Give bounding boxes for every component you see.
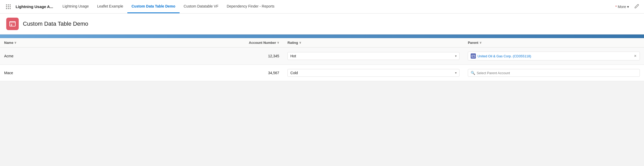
parent-search-input-mace[interactable] <box>477 71 637 75</box>
nav-tab-lightning-usage[interactable]: Lightning Usage <box>58 0 93 13</box>
cell-rating-mace: Cold ▾ <box>283 65 464 81</box>
page-title: Custom Data Table Demo <box>23 20 88 27</box>
table-row: Mace 34,567 Cold ▾ 🔍 <box>0 65 644 81</box>
th-name[interactable]: Name ∨ <box>0 38 142 47</box>
svg-rect-10 <box>10 22 15 23</box>
svg-rect-13 <box>472 55 475 57</box>
rating-dropdown-acme[interactable]: Hot ▾ <box>287 52 459 60</box>
svg-point-0 <box>6 4 7 5</box>
parent-search-mace[interactable]: 🔍 <box>468 69 640 77</box>
cell-parent-mace: 🔍 <box>464 65 644 81</box>
rating-value-mace: Cold <box>290 71 298 75</box>
rating-dropdown-mace[interactable]: Cold ▾ <box>287 69 459 77</box>
th-rating[interactable]: Rating ∨ <box>283 38 464 47</box>
rating-value-acme: Hot <box>290 54 296 58</box>
edit-nav-icon[interactable] <box>632 4 641 9</box>
parent-link-acme[interactable]: United Oil & Gas Corp. (CD355118) <box>477 54 531 58</box>
nav-tab-custom-datatable-vf[interactable]: Custom Datatable VF <box>180 0 223 13</box>
svg-point-2 <box>10 4 11 5</box>
svg-point-5 <box>10 6 11 7</box>
cell-account-acme: 12,345 <box>142 47 283 65</box>
data-table: Name ∨ Account Number ∨ Rating ∨ <box>0 38 644 81</box>
sort-icon-account: ∨ <box>277 41 279 44</box>
svg-point-6 <box>6 8 7 9</box>
svg-point-1 <box>8 4 9 5</box>
more-asterisk: * <box>615 5 617 9</box>
app-launcher-button[interactable] <box>3 2 14 12</box>
data-table-container: Name ∨ Account Number ∨ Rating ∨ <box>0 38 644 81</box>
th-account-number[interactable]: Account Number ∨ <box>142 38 283 47</box>
table-row: Acme 12,345 Hot ▾ <box>0 47 644 65</box>
nav-tabs: Lightning UsageLeaflet ExampleCustom Dat… <box>58 0 612 13</box>
parent-lookup-acme: United Oil & Gas Corp. (CD355118) × <box>468 52 640 60</box>
svg-point-8 <box>10 8 11 9</box>
cell-rating-acme: Hot ▾ <box>283 47 464 65</box>
chevron-down-icon: ▾ <box>627 5 629 9</box>
app-name: Lightning Usage A... <box>16 4 53 9</box>
nav-tab-dependency-finder-reports[interactable]: Dependency Finder - Reports <box>222 0 279 13</box>
dropdown-arrow-icon: ▾ <box>455 71 457 75</box>
cell-parent-acme: United Oil & Gas Corp. (CD355118) × <box>464 47 644 65</box>
search-icon: 🔍 <box>471 71 475 75</box>
nav-more-button[interactable]: * More ▾ <box>612 5 632 9</box>
dropdown-arrow-icon: ▾ <box>455 54 457 58</box>
svg-point-3 <box>6 6 7 7</box>
th-parent[interactable]: Parent ∨ <box>464 38 644 47</box>
wave-decoration <box>0 34 644 38</box>
svg-point-4 <box>8 6 9 7</box>
clear-parent-acme[interactable]: × <box>634 54 637 58</box>
nav-tab-leaflet-example[interactable]: Leaflet Example <box>93 0 127 13</box>
account-icon <box>471 53 476 59</box>
sort-icon-name: ∨ <box>14 41 16 44</box>
sort-icon-rating: ∨ <box>299 41 301 44</box>
page-icon <box>6 18 19 30</box>
cell-name-mace: Mace <box>0 65 142 81</box>
cell-name-acme: Acme <box>0 47 142 65</box>
parent-lookup-inner: United Oil & Gas Corp. (CD355118) <box>471 53 531 59</box>
nav-tab-custom-data-table-demo[interactable]: Custom Data Table Demo <box>127 0 180 13</box>
svg-point-7 <box>8 8 9 9</box>
cell-account-mace: 34,567 <box>142 65 283 81</box>
more-label: More <box>618 5 626 9</box>
table-body: Acme 12,345 Hot ▾ <box>0 47 644 81</box>
sort-icon-parent: ∨ <box>479 41 482 44</box>
table-header: Name ∨ Account Number ∨ Rating ∨ <box>0 38 644 47</box>
page-header: Custom Data Table Demo <box>0 13 644 34</box>
nav-bar: Lightning Usage A... Lightning UsageLeaf… <box>0 0 644 13</box>
